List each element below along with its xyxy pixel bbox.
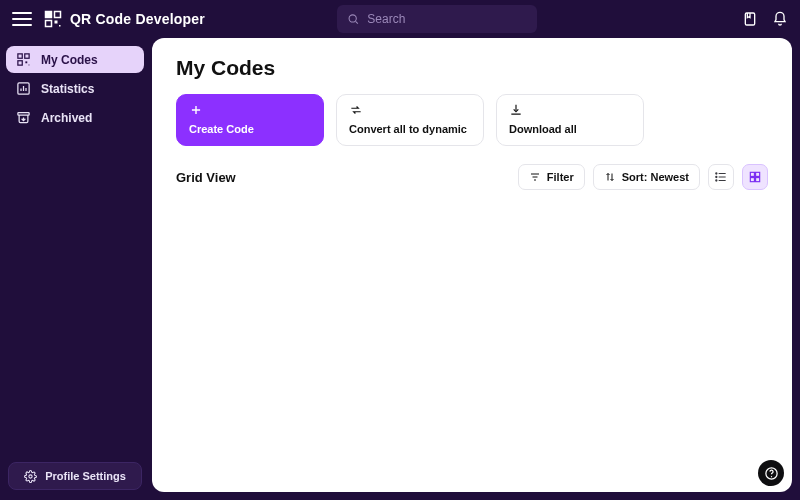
page-title: My Codes <box>176 56 768 80</box>
profile-settings-button[interactable]: Profile Settings <box>8 462 142 490</box>
help-button[interactable] <box>758 460 784 486</box>
create-code-button[interactable]: Create Code <box>176 94 324 146</box>
header-actions <box>742 11 788 27</box>
action-cards: Create Code Convert all to dynamic Downl… <box>176 94 768 146</box>
download-all-button[interactable]: Download all <box>496 94 644 146</box>
svg-point-28 <box>716 176 717 177</box>
svg-rect-2 <box>46 21 52 27</box>
svg-rect-32 <box>750 178 754 182</box>
svg-point-5 <box>349 15 356 22</box>
filter-icon <box>529 171 541 183</box>
convert-all-button[interactable]: Convert all to dynamic <box>336 94 484 146</box>
sidebar-item-archived[interactable]: Archived <box>6 104 144 131</box>
svg-line-6 <box>355 21 357 23</box>
svg-rect-3 <box>55 21 58 24</box>
sidebar-item-label: My Codes <box>41 53 98 67</box>
plus-icon <box>189 103 203 117</box>
qr-icon <box>16 52 31 67</box>
svg-rect-1 <box>55 12 61 18</box>
svg-point-27 <box>716 173 717 174</box>
menu-icon[interactable] <box>12 9 32 29</box>
sort-icon <box>604 171 616 183</box>
svg-rect-30 <box>750 172 754 176</box>
filter-label: Filter <box>547 171 574 183</box>
svg-rect-10 <box>18 61 22 65</box>
svg-rect-12 <box>29 65 30 66</box>
sidebar-item-label: Archived <box>41 111 92 125</box>
app-header: QR Code Developer <box>0 0 800 38</box>
profile-settings-label: Profile Settings <box>45 470 126 482</box>
svg-rect-0 <box>46 12 52 18</box>
sidebar: My Codes Statistics Archived <box>0 38 150 500</box>
list-view-button[interactable] <box>708 164 734 190</box>
svg-rect-8 <box>18 54 22 58</box>
action-label: Create Code <box>189 123 311 135</box>
help-icon <box>764 466 779 481</box>
sort-label: Sort: Newest <box>622 171 689 183</box>
search-input[interactable] <box>367 12 527 26</box>
chart-icon <box>16 81 31 96</box>
download-icon <box>509 103 523 117</box>
sort-button[interactable]: Sort: Newest <box>593 164 700 190</box>
search-icon <box>347 12 359 26</box>
action-label: Convert all to dynamic <box>349 123 471 135</box>
app-title: QR Code Developer <box>70 11 205 27</box>
svg-point-35 <box>770 476 771 477</box>
list-icon <box>714 170 728 184</box>
view-title: Grid View <box>176 170 236 185</box>
main-panel: My Codes Create Code Convert all to dyna… <box>152 38 792 492</box>
svg-rect-31 <box>756 172 760 176</box>
filter-button[interactable]: Filter <box>518 164 585 190</box>
svg-point-29 <box>716 180 717 181</box>
svg-rect-11 <box>25 61 27 63</box>
bell-icon[interactable] <box>772 11 788 27</box>
svg-point-18 <box>29 474 32 477</box>
qr-logo-icon <box>44 10 62 28</box>
bookmark-icon[interactable] <box>742 11 758 27</box>
gear-icon <box>24 470 37 483</box>
svg-rect-17 <box>18 113 29 116</box>
swap-icon <box>349 103 363 117</box>
search-box[interactable] <box>337 5 537 33</box>
sidebar-item-my-codes[interactable]: My Codes <box>6 46 144 73</box>
archive-icon <box>16 110 31 125</box>
svg-rect-4 <box>59 25 61 27</box>
app-logo[interactable]: QR Code Developer <box>44 10 205 28</box>
action-label: Download all <box>509 123 631 135</box>
sidebar-item-statistics[interactable]: Statistics <box>6 75 144 102</box>
view-toolbar: Grid View Filter Sort: Newest <box>176 164 768 190</box>
svg-rect-33 <box>756 178 760 182</box>
sidebar-item-label: Statistics <box>41 82 94 96</box>
svg-rect-9 <box>25 54 29 58</box>
grid-icon <box>748 170 762 184</box>
grid-view-button[interactable] <box>742 164 768 190</box>
